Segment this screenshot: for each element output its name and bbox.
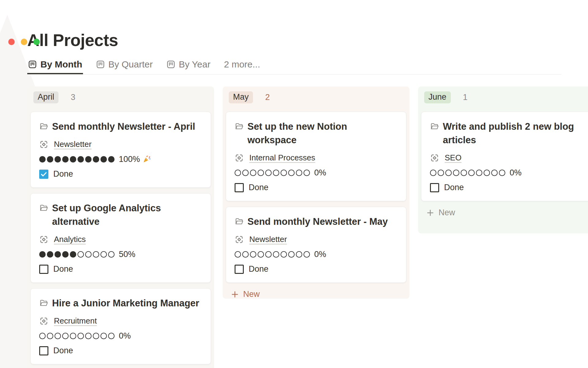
progress-dot xyxy=(55,251,61,258)
project-tag-row: Newsletter xyxy=(39,140,202,149)
project-target-icon xyxy=(39,140,48,149)
progress-dot xyxy=(476,170,482,176)
progress-percent: 100% xyxy=(119,155,140,164)
progress-dot xyxy=(265,170,272,176)
project-card[interactable]: Send monthly Newsletter - MayNewsletter0… xyxy=(226,207,406,283)
progress-dot xyxy=(281,170,287,176)
progress-dot xyxy=(499,170,505,176)
board-view-icon xyxy=(166,60,175,69)
project-card[interactable]: Set up Google Analytics alternativeAnaly… xyxy=(30,193,211,283)
progress-row: 0% xyxy=(235,250,398,258)
project-card[interactable]: Set up the new Notion workspaceInternal … xyxy=(226,112,406,201)
progress-dot xyxy=(70,251,76,258)
progress-dot xyxy=(47,251,53,258)
progress-dot xyxy=(108,156,115,163)
progress-dot xyxy=(453,170,459,176)
open-folder-icon xyxy=(235,217,244,226)
project-target-icon xyxy=(39,235,48,244)
project-tag-link[interactable]: SEO xyxy=(445,153,462,163)
close-window-button[interactable] xyxy=(8,39,15,45)
column-april: April3Send monthly Newsletter - AprilNew… xyxy=(27,86,214,368)
tab-label: By Month xyxy=(40,59,82,70)
card-title-row: Set up the new Notion workspace xyxy=(235,120,398,147)
progress-dot xyxy=(491,170,498,176)
project-card[interactable]: Hire a Junior Marketing ManagerRecruitme… xyxy=(30,288,211,364)
done-checkbox[interactable] xyxy=(39,346,48,355)
progress-dot xyxy=(258,251,264,258)
progress-dot xyxy=(303,251,310,258)
progress-dot xyxy=(242,170,249,176)
done-checkbox[interactable] xyxy=(235,265,244,274)
done-checkbox[interactable] xyxy=(235,183,244,192)
progress-dot xyxy=(242,251,249,258)
done-label: Done xyxy=(249,264,269,274)
progress-dot xyxy=(70,333,76,339)
progress-dot xyxy=(100,333,107,339)
project-tag-link[interactable]: Internal Processes xyxy=(249,153,315,163)
done-checkbox[interactable] xyxy=(430,183,439,192)
project-card[interactable]: Send monthly Newsletter - AprilNewslette… xyxy=(30,112,211,188)
card-list: Write and publish 2 new blog articlesSEO… xyxy=(421,112,588,201)
open-folder-icon xyxy=(430,122,439,131)
open-folder-icon xyxy=(39,122,48,131)
progress-dot xyxy=(273,170,279,176)
zoom-window-button[interactable] xyxy=(33,39,40,45)
project-tag-row: Newsletter xyxy=(235,235,398,244)
board: April3Send monthly Newsletter - AprilNew… xyxy=(27,86,588,368)
card-title: Write and publish 2 new blog articles xyxy=(443,120,588,147)
group-pill: June xyxy=(424,91,451,103)
progress-dot xyxy=(77,333,84,339)
progress-dot xyxy=(468,170,475,176)
card-title: Set up the new Notion workspace xyxy=(247,120,398,147)
card-title-row: Send monthly Newsletter - May xyxy=(235,215,398,228)
project-target-icon xyxy=(235,235,244,244)
progress-dot xyxy=(93,156,99,163)
project-tag-link[interactable]: Newsletter xyxy=(249,235,287,244)
progress-dot xyxy=(62,251,69,258)
window-controls xyxy=(8,39,40,45)
progress-dot xyxy=(62,333,69,339)
done-row: Done xyxy=(39,264,202,274)
open-folder-icon xyxy=(235,122,244,131)
progress-dot xyxy=(77,156,84,163)
progress-dot xyxy=(93,251,99,258)
tab-by-month[interactable]: By Month xyxy=(27,59,83,74)
tab-by-year[interactable]: By Year xyxy=(166,59,211,74)
done-label: Done xyxy=(53,346,73,355)
tab-label: By Quarter xyxy=(108,59,153,70)
card-title-row: Hire a Junior Marketing Manager xyxy=(39,297,202,310)
done-row: Done xyxy=(39,346,202,355)
card-title: Hire a Junior Marketing Manager xyxy=(52,297,199,310)
project-tag-link[interactable]: Newsletter xyxy=(54,140,92,149)
done-checkbox[interactable] xyxy=(39,170,48,179)
tab-label: By Year xyxy=(179,59,210,70)
project-tag-row: SEO xyxy=(430,153,588,163)
minimize-window-button[interactable] xyxy=(21,39,27,45)
project-tag-link[interactable]: Recruitment xyxy=(54,316,97,326)
done-checkbox[interactable] xyxy=(39,265,48,274)
card-title: Send monthly Newsletter - May xyxy=(247,215,388,228)
project-card[interactable]: Write and publish 2 new blog articlesSEO… xyxy=(421,112,588,201)
progress-dot xyxy=(303,170,310,176)
project-tag-row: Internal Processes xyxy=(235,153,398,163)
done-label: Done xyxy=(53,169,73,179)
progress-percent: 0% xyxy=(510,168,522,178)
column-header: April3 xyxy=(33,91,211,103)
progress-dot xyxy=(47,156,53,163)
progress-dot xyxy=(39,251,46,258)
progress-dot xyxy=(265,251,272,258)
new-item-button[interactable]: New xyxy=(425,206,456,219)
new-item-button[interactable]: New xyxy=(229,288,261,301)
progress-dot xyxy=(108,251,115,258)
column-header: May2 xyxy=(229,91,406,103)
tab-more-views[interactable]: 2 more... xyxy=(223,59,261,74)
done-row: Done xyxy=(235,264,398,274)
progress-dot xyxy=(85,156,92,163)
progress-dot xyxy=(461,170,467,176)
done-label: Done xyxy=(249,183,269,192)
project-tag-link[interactable]: Analytics xyxy=(54,235,86,244)
tab-by-quarter[interactable]: By Quarter xyxy=(95,59,153,74)
progress-dot xyxy=(55,333,61,339)
progress-dot xyxy=(430,170,436,176)
done-label: Done xyxy=(53,264,73,274)
